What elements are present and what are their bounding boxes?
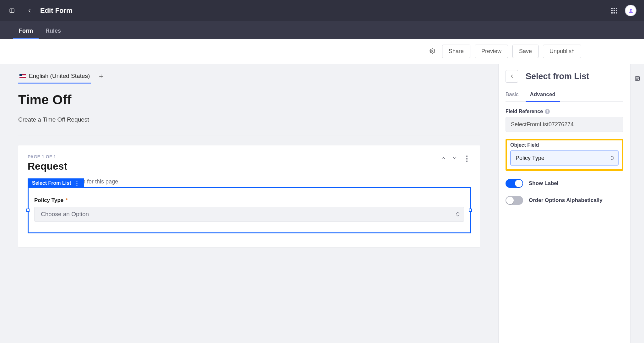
select-placeholder: Choose an Option <box>41 211 89 218</box>
object-field-select[interactable]: Policy Type <box>510 150 619 166</box>
svg-point-3 <box>432 50 433 52</box>
select-caret-icon <box>456 212 459 216</box>
tab-rules[interactable]: Rules <box>46 28 61 39</box>
show-label-label: Show Label <box>529 180 558 187</box>
page-more-icon[interactable]: ⋮ <box>463 154 471 163</box>
unpublish-button[interactable]: Unpublish <box>543 45 581 58</box>
page-card: PAGE 1 OF 1 Request ⋮ Add a short descri… <box>18 145 480 247</box>
page-down-icon[interactable] <box>452 155 457 162</box>
resize-handle-left[interactable] <box>26 209 30 212</box>
field-reference-label: Field Reference ? <box>506 109 623 114</box>
field-chip-more-icon[interactable]: ⋮ <box>74 182 79 185</box>
required-indicator: * <box>66 197 68 203</box>
main: English (United States) Time Off Create … <box>0 64 644 343</box>
policy-type-select[interactable]: Choose an Option <box>34 207 464 222</box>
page-nav: ⋮ <box>441 154 471 163</box>
user-avatar[interactable] <box>625 5 636 16</box>
object-field-label: Object Field <box>510 142 619 148</box>
field-type-chip[interactable]: Select From List ⋮ <box>28 178 84 188</box>
panel-toggle-icon[interactable] <box>5 4 19 18</box>
field-reference-help-icon[interactable]: ? <box>545 109 550 114</box>
editor-tabs: Form Rules <box>0 21 644 39</box>
form-title: Time Off <box>18 92 480 107</box>
side-rail-list-icon[interactable] <box>635 76 640 83</box>
apps-grid-icon[interactable] <box>607 4 621 18</box>
form-canvas: English (United States) Time Off Create … <box>0 64 498 343</box>
svg-rect-0 <box>10 9 14 13</box>
page-up-icon[interactable] <box>441 155 446 162</box>
field-type-chip-label: Select From List <box>32 180 71 186</box>
save-button[interactable]: Save <box>512 45 538 58</box>
panel-tabs: Basic Advanced <box>506 91 623 102</box>
object-field-caret-icon <box>611 156 614 160</box>
settings-gear-icon[interactable] <box>430 48 435 55</box>
show-label-toggle[interactable] <box>506 179 523 188</box>
preview-button[interactable]: Preview <box>475 45 508 58</box>
divider <box>18 135 480 135</box>
order-alpha-toggle[interactable] <box>506 196 523 205</box>
object-field-highlight: Object Field Policy Type <box>506 139 623 171</box>
order-alpha-label: Order Options Alphabetically <box>529 197 603 204</box>
language-tab[interactable]: English (United States) <box>18 69 91 84</box>
panel-back-button[interactable] <box>506 70 518 83</box>
side-rail <box>630 64 644 343</box>
panel-tab-basic[interactable]: Basic <box>506 91 519 101</box>
field-label: Policy Type * <box>34 197 464 204</box>
page-title: Edit Form <box>40 7 73 15</box>
page-description-placeholder[interactable]: Add a short description for this page. <box>28 178 471 185</box>
page-heading: Request <box>28 161 471 172</box>
form-description: Create a Time Off Request <box>18 116 480 123</box>
language-label: English (United States) <box>29 73 90 79</box>
tab-form[interactable]: Form <box>19 28 33 39</box>
panel-title: Select from List <box>526 72 589 81</box>
object-field-value: Policy Type <box>516 155 544 161</box>
panel-tab-advanced[interactable]: Advanced <box>530 91 555 101</box>
svg-point-2 <box>630 9 632 11</box>
selected-field-frame[interactable]: Select From List ⋮ Policy Type * Choose … <box>28 187 471 233</box>
resize-handle-right[interactable] <box>469 209 472 212</box>
field-reference-input[interactable] <box>506 117 623 132</box>
field-reference-label-text: Field Reference <box>506 109 543 114</box>
back-icon[interactable] <box>23 4 36 18</box>
topbar: Edit Form <box>0 0 644 21</box>
page-meta: PAGE 1 OF 1 <box>28 154 471 159</box>
add-language-button[interactable] <box>97 72 106 81</box>
field-label-text: Policy Type <box>34 197 63 203</box>
properties-panel: Select from List Basic Advanced Field Re… <box>498 64 630 343</box>
us-flag-icon <box>19 74 26 78</box>
share-button[interactable]: Share <box>442 45 470 58</box>
actions-bar: Share Preview Save Unpublish <box>0 39 644 64</box>
